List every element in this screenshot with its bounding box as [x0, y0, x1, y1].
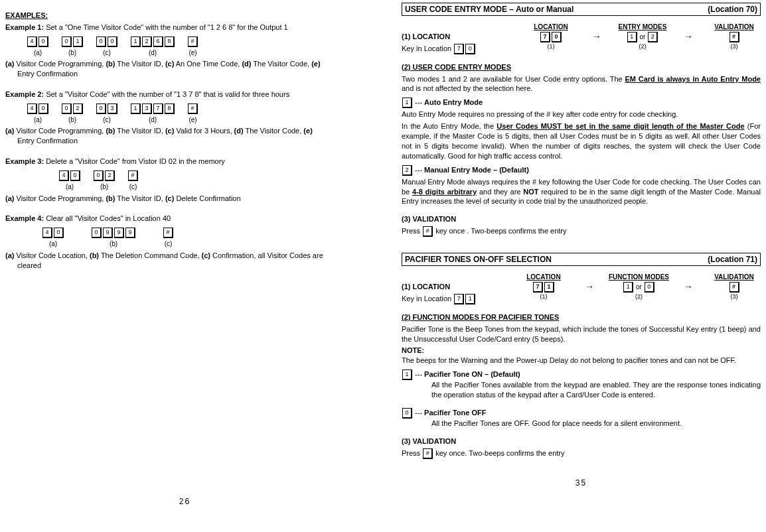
key: #	[729, 32, 739, 42]
ex4-line: Example 4: Clear all "Visitor Codes" in …	[5, 214, 364, 224]
key: 1	[73, 36, 83, 47]
colh-fn: FUNCTION MODES 1 or 0 (2)	[609, 273, 669, 300]
colh-validation: VALIDATION # (3)	[708, 23, 761, 50]
key: #	[163, 228, 173, 238]
t: and is not affected by the selection her…	[402, 84, 532, 92]
ex2-title: Example 2:	[5, 90, 44, 98]
colh-validation2-label: VALIDATION	[708, 273, 761, 282]
key: 0	[70, 170, 80, 181]
colh-location2-label: LOCATION	[517, 273, 570, 282]
key: 0	[38, 36, 48, 47]
colh-validation2: VALIDATION # (3)	[708, 273, 761, 300]
colh-location2: LOCATION 71 (1)	[517, 273, 570, 300]
dash: ---	[413, 370, 424, 378]
ex4-g1-label: (b)	[91, 239, 136, 249]
colh-location-sub: (1)	[524, 42, 577, 50]
colh-entry: ENTRY MODES 1 or 2 (2)	[616, 23, 669, 50]
ex1-title: Example 1:	[5, 23, 44, 31]
key: 7	[540, 32, 550, 42]
key: #	[188, 103, 198, 114]
t: Key in Location	[402, 295, 451, 302]
key: 7	[454, 44, 464, 54]
key: #	[423, 448, 433, 459]
ex2-g2: 03(c)	[96, 103, 118, 125]
left-page: EXAMPLES: Example 1: Set a "One Time Vis…	[0, 0, 383, 532]
opt1-title: Pacifier Tone ON – (Default)	[424, 370, 520, 378]
key: #	[423, 226, 433, 237]
ex4-g0-label: (a)	[42, 239, 64, 249]
dash: ---	[413, 98, 424, 106]
key: 4	[27, 36, 37, 47]
ex3-keyrow: 40(a) 02(b) #(c)	[58, 170, 364, 192]
arrow-icon	[592, 31, 601, 43]
key: 4	[59, 170, 69, 181]
opt1-body: All the Pacifier Tones available from th…	[431, 380, 761, 400]
ex2-g3-label: (d)	[130, 115, 175, 125]
sec2-fn-intro: Pacifier Tone is the Beep Tones from the…	[402, 324, 761, 344]
key: #	[188, 36, 198, 47]
arrow-icon	[585, 281, 594, 293]
sec2-val-text: Press # key once. Two-beeps confirms the…	[402, 448, 761, 459]
ex4-title: Example 4:	[5, 214, 44, 222]
key: 0	[96, 103, 106, 114]
sec1-mode1: 1 --- Auto Entry Mode	[402, 98, 761, 108]
key: 0	[645, 282, 654, 293]
key: 0	[54, 228, 64, 238]
sec2-opt1: 1 --- Pacifier Tone ON – (Default) All t…	[402, 369, 761, 400]
key: 3	[108, 103, 117, 114]
sec1-loc-pre: Key in Location	[402, 44, 451, 52]
t: User Codes MUST be set in the same digit…	[497, 122, 744, 130]
sec2-note: NOTE:The beeps for the Warning and the P…	[402, 346, 761, 366]
key: 7	[454, 294, 464, 304]
t: Press	[402, 449, 422, 457]
ex1-g0: 40(a)	[27, 36, 49, 58]
key: 1	[623, 282, 633, 293]
key: 2	[73, 103, 83, 114]
key: 2	[105, 170, 115, 181]
dash: ---	[413, 166, 424, 174]
key: 7	[533, 282, 543, 293]
sec2-header: PACIFIER TONES ON-OFF SELECTION (Locatio…	[402, 253, 761, 266]
ex2-g1-label: (b)	[61, 115, 84, 125]
key: 1	[131, 36, 141, 47]
ex1-line: Example 1: Set a "One Time Visitor Code"…	[5, 23, 364, 33]
mode2-p: Manual Entry Mode always requires the # …	[402, 177, 761, 207]
ex2-line: Example 2: Set a "Visitor Code" with the…	[5, 90, 364, 100]
t: Two modes 1 and 2 are available for User…	[402, 75, 625, 83]
key: 1	[402, 98, 412, 108]
mode1-p2: In the Auto Entry Mode, the User Codes M…	[402, 121, 761, 161]
colh-validation-sub: (3)	[708, 42, 761, 50]
right-page-number: 35	[402, 478, 761, 488]
key: 4	[27, 103, 37, 114]
key: 0	[108, 36, 117, 47]
sec2-val-heading: (3) VALIDATION	[402, 436, 761, 446]
key: 9	[125, 228, 135, 238]
or-text: or	[640, 33, 646, 40]
ex1-g1-label: (b)	[61, 48, 84, 58]
ex3-g0: 40(a)	[58, 170, 81, 192]
key: 0	[552, 32, 562, 42]
sec1-modes-intro: Two modes 1 and 2 are available for User…	[402, 74, 761, 94]
sec1-loc: (Location 70)	[708, 4, 757, 15]
ex1-g4-label: (e)	[187, 48, 198, 58]
key: 2	[142, 36, 152, 47]
ex2-g4: #(e)	[187, 103, 198, 125]
t: Press	[402, 227, 422, 235]
key: 0	[92, 228, 102, 238]
ex3-g0-label: (a)	[58, 182, 81, 192]
sec1-val-heading: (3) VALIDATION	[402, 214, 761, 224]
ex3-line: Example 3: Delete a "Visitor Code" from …	[5, 157, 364, 166]
sec2-loc-heading: (1) LOCATION	[402, 282, 761, 292]
ex1-g3-label: (d)	[130, 48, 175, 58]
ex3-desc: Delete a "Visitor Code" from Vistor ID 0…	[46, 157, 225, 165]
sec2-title: PACIFIER TONES ON-OFF SELECTION	[405, 254, 552, 265]
examples-heading: EXAMPLES:	[5, 11, 364, 21]
ex3-title: Example 3:	[5, 157, 44, 165]
ex3-legend: (a) Visitor Code Programming, (b) The Vi…	[5, 194, 364, 204]
key: #	[729, 282, 739, 293]
colh-location2-sub: (1)	[517, 293, 570, 300]
colh-fn-sub: (2)	[609, 293, 669, 300]
ex4-keyrow: 40(a) 0999(b) #(c)	[42, 228, 364, 249]
key: 2	[648, 32, 658, 42]
key: 0	[96, 36, 106, 47]
